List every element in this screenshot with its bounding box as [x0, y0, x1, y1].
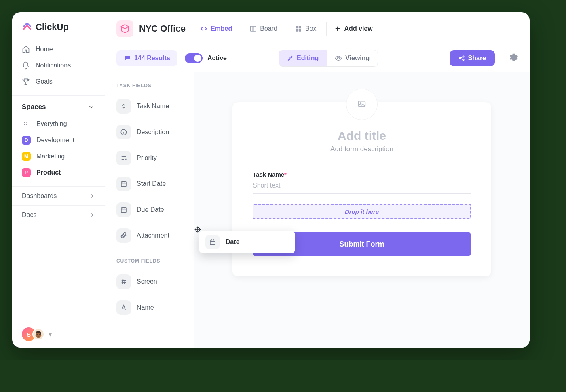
field-label: Task Name [137, 103, 169, 110]
chevron-down-icon [88, 103, 95, 111]
form-field-placeholder: Short text [253, 182, 471, 194]
space-product-label: Product [36, 169, 61, 176]
board-icon [249, 25, 257, 32]
form-title-input[interactable]: Add title [253, 129, 471, 143]
calendar-icon [205, 235, 220, 249]
dropzone[interactable]: Drop it here [253, 204, 471, 219]
mode-editing-label: Editing [297, 55, 319, 62]
spaces-header-label: Spaces [22, 103, 46, 111]
field-name[interactable]: Name [116, 297, 194, 318]
home-icon [22, 45, 30, 53]
svg-rect-14 [121, 182, 126, 187]
field-label: Priority [137, 154, 157, 162]
field-label: Description [137, 129, 169, 136]
mode-viewing-label: Viewing [345, 55, 370, 62]
mode-group: Editing Viewing [279, 50, 378, 67]
add-view-button[interactable]: Add view [326, 22, 380, 36]
space-badge: D [22, 136, 31, 145]
field-label: Screen [137, 278, 157, 285]
view-tab-embed-label: Embed [211, 25, 232, 32]
space-chip[interactable]: NYC Office [116, 20, 190, 37]
nav-home-label: Home [36, 46, 53, 53]
form-cover-image-button[interactable] [346, 89, 378, 120]
share-button[interactable]: Share [450, 50, 495, 66]
move-cursor-icon [194, 226, 201, 233]
field-priority[interactable]: Priority [116, 148, 194, 169]
svg-point-3 [26, 124, 27, 125]
sidebar: ClickUp Home Notifications Goals Spaces … [12, 12, 105, 348]
gear-icon [509, 53, 518, 62]
field-label: Start Date [137, 180, 166, 188]
space-everything-label: Everything [36, 120, 67, 128]
dragging-field-chip[interactable]: Date [199, 231, 295, 253]
view-tab-box[interactable]: Box [287, 22, 324, 36]
active-toggle[interactable]: Active [185, 53, 227, 63]
plus-icon [334, 25, 341, 32]
nav-home[interactable]: Home [12, 41, 105, 57]
field-attachment[interactable]: Attachment [116, 225, 194, 246]
field-label: Attachment [137, 232, 169, 239]
form-description-input[interactable]: Add form description [253, 145, 471, 153]
field-description[interactable]: Description [116, 122, 194, 143]
settings-button[interactable] [509, 53, 518, 63]
view-tab-board-label: Board [260, 25, 277, 32]
space-development[interactable]: D Development [12, 132, 105, 148]
nav-goals[interactable]: Goals [12, 74, 105, 90]
chevron-down-icon: ▾ [49, 331, 52, 338]
form-canvas: Add title Add form description Task Name… [194, 72, 530, 348]
space-marketing[interactable]: M Marketing [12, 148, 105, 164]
spaces-header[interactable]: Spaces [12, 95, 105, 116]
view-tab-board[interactable]: Board [242, 22, 285, 36]
field-label: Name [137, 304, 154, 311]
results-pill[interactable]: 144 Results [116, 50, 177, 66]
active-toggle-label: Active [207, 55, 227, 62]
space-product[interactable]: P Product [12, 164, 105, 181]
mode-editing[interactable]: Editing [279, 50, 327, 66]
clickup-logo-icon [22, 22, 32, 32]
share-button-label: Share [468, 55, 486, 62]
user-avatar-cluster[interactable]: S 👨🏾 ▾ [12, 327, 105, 341]
nav-dashboards[interactable]: Dashboards [12, 186, 105, 205]
image-icon [357, 100, 367, 109]
svg-rect-4 [251, 26, 256, 31]
nav-docs[interactable]: Docs [12, 205, 105, 224]
brand-logo[interactable]: ClickUp [12, 22, 105, 41]
add-view-label: Add view [344, 25, 373, 32]
task-fields-header: TASK FIELDS [116, 83, 194, 89]
svg-rect-7 [296, 29, 298, 32]
dragging-field-label: Date [226, 238, 240, 246]
nav-notifications[interactable]: Notifications [12, 57, 105, 74]
expand-icon [116, 99, 131, 114]
box-icon [295, 25, 302, 32]
field-task-name[interactable]: Task Name [116, 96, 194, 117]
field-label: Due Date [137, 206, 164, 213]
hash-icon [116, 274, 131, 289]
svg-point-9 [338, 57, 340, 59]
bell-icon [22, 61, 30, 70]
field-due-date[interactable]: Due Date [116, 199, 194, 220]
brand-name: ClickUp [36, 22, 69, 32]
form-field-task-name[interactable]: Task Name* Short text [253, 171, 471, 194]
workspace: TASK FIELDS Task Name Description Priori… [105, 72, 530, 348]
view-tab-embed[interactable]: Embed [193, 22, 239, 36]
mode-viewing[interactable]: Viewing [327, 50, 378, 66]
pencil-icon [287, 55, 294, 61]
field-start-date[interactable]: Start Date [116, 173, 194, 194]
paperclip-icon [116, 228, 131, 243]
chevron-right-icon [89, 193, 95, 199]
svg-rect-6 [299, 26, 301, 28]
results-count: 144 Results [134, 55, 170, 62]
app-window: ClickUp Home Notifications Goals Spaces … [12, 12, 530, 348]
svg-point-0 [24, 122, 25, 123]
chat-icon [124, 55, 131, 62]
space-everything[interactable]: Everything [12, 116, 105, 132]
svg-point-1 [26, 122, 27, 123]
trophy-icon [22, 78, 30, 86]
field-screen[interactable]: Screen [116, 271, 194, 292]
custom-fields-header: CUSTOM FIELDS [116, 258, 194, 264]
form-field-label: Task Name* [253, 171, 471, 178]
svg-rect-15 [121, 208, 126, 213]
svg-point-2 [24, 124, 25, 125]
fields-panel: TASK FIELDS Task Name Description Priori… [105, 72, 194, 348]
space-development-label: Development [36, 137, 74, 144]
